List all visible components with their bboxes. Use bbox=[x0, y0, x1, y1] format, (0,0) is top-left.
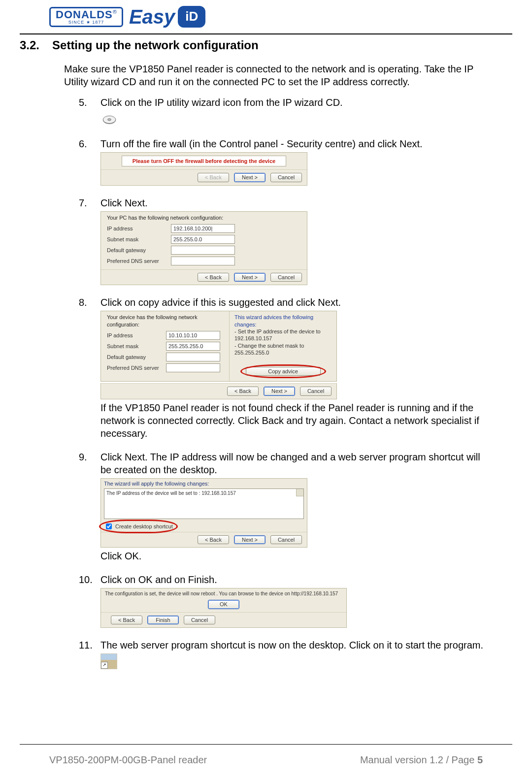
cancel-button[interactable]: Cancel bbox=[270, 273, 302, 282]
apply-changes-title: The wizard will apply the following chan… bbox=[101, 479, 307, 488]
step-number: 11. bbox=[79, 639, 94, 651]
page-footer: VP1850-200PM-00GB-Panel reader Manual ve… bbox=[20, 753, 512, 766]
cancel-button[interactable]: Cancel bbox=[300, 387, 332, 395]
config-caption: Your PC has the following network config… bbox=[101, 212, 307, 222]
next-button[interactable]: Next > bbox=[234, 173, 266, 182]
dns-field[interactable] bbox=[166, 363, 220, 372]
change-line: The IP address of the device will be set… bbox=[106, 490, 236, 496]
back-button[interactable]: < Back bbox=[198, 173, 229, 182]
back-button[interactable]: < Back bbox=[198, 273, 229, 282]
svg-point-2 bbox=[108, 119, 111, 121]
step-text: Click on OK and on Finish. bbox=[100, 573, 493, 586]
screenshot-device-network-config: Your device has the following network co… bbox=[100, 311, 337, 382]
easy-id-logo: Easy iD bbox=[129, 4, 205, 30]
ip-label: IP address bbox=[107, 225, 166, 232]
step-6: 6. Turn off the fire wall (in the Contro… bbox=[79, 137, 493, 186]
cancel-button[interactable]: Cancel bbox=[270, 535, 302, 544]
config-set-message: The configuration is set, the device wil… bbox=[101, 588, 346, 599]
finish-button[interactable]: Finish bbox=[147, 616, 179, 624]
device-config-caption: Your device has the following network co… bbox=[101, 311, 229, 329]
dns-label: Preferred DNS server bbox=[107, 258, 166, 264]
footer-version-page: Manual version 1.2 / Page 5 bbox=[360, 753, 483, 766]
advice-title: This wizard advices the following change… bbox=[234, 314, 332, 328]
step-number: 5. bbox=[79, 96, 94, 109]
firewall-warning-text: Please turn OFF the firewall before dete… bbox=[122, 156, 286, 166]
screenshot-pc-network-config: Your PC has the following network config… bbox=[100, 211, 307, 286]
donalds-since: SINCE ★ 1877 bbox=[56, 20, 117, 25]
screenshot-config-set: The configuration is set, the device wil… bbox=[100, 588, 347, 628]
copy-advice-button[interactable]: Copy advice bbox=[246, 367, 321, 376]
step-text: Turn off the fire wall (in the Control p… bbox=[100, 137, 493, 150]
step-text: Click on copy advice if this is suggeste… bbox=[100, 296, 493, 309]
step-number: 9. bbox=[79, 451, 94, 476]
step-5: 5. Click on the IP utility wizard icon f… bbox=[79, 96, 493, 127]
advice-line-2: - Change the subnet mask to 255.255.255.… bbox=[234, 342, 332, 357]
gateway-label: Default gateway bbox=[107, 354, 161, 360]
section-intro: Make sure the VP1850 Panel reader is con… bbox=[64, 63, 493, 88]
step-number: 7. bbox=[79, 196, 94, 209]
ip-field[interactable]: 192.168.10.200| bbox=[171, 224, 235, 233]
next-button[interactable]: Next > bbox=[264, 387, 295, 395]
mask-field[interactable]: 255.255.0.0 bbox=[171, 235, 235, 244]
step-number: 10. bbox=[79, 573, 94, 586]
step-10: 10. Click on OK and on Finish. The confi… bbox=[79, 573, 493, 628]
mask-label: Subnet mask bbox=[107, 343, 161, 350]
create-shortcut-checkbox[interactable]: Create desktop shortcut bbox=[104, 522, 173, 531]
easy-text: Easy bbox=[129, 4, 175, 30]
gateway-field[interactable] bbox=[166, 353, 220, 361]
ok-button[interactable]: OK bbox=[208, 600, 239, 609]
back-button[interactable]: < Back bbox=[227, 387, 259, 395]
footer-doc-id: VP1850-200PM-00GB-Panel reader bbox=[49, 753, 207, 766]
donalds-logo: DONALDS® SINCE ★ 1877 bbox=[49, 7, 123, 27]
step-11: 11. The web server program shortcut is n… bbox=[79, 639, 493, 669]
step-8-followup: If the VP1850 Panel reader is not found … bbox=[100, 401, 483, 440]
section-3-2: 3.2. Setting up the network configuratio… bbox=[20, 37, 512, 669]
screenshot-apply-changes: The wizard will apply the following chan… bbox=[100, 478, 307, 548]
id-badge: iD bbox=[178, 6, 205, 28]
step-number: 6. bbox=[79, 137, 94, 150]
header-logos: DONALDS® SINCE ★ 1877 Easy iD bbox=[20, 0, 512, 33]
ip-field[interactable]: 10.10.10.10 bbox=[166, 331, 220, 340]
section-number: 3.2. bbox=[20, 37, 39, 53]
gateway-field[interactable] bbox=[171, 246, 235, 255]
footer-rule bbox=[20, 744, 512, 745]
step-8: 8. Click on copy advice if this is sugge… bbox=[79, 296, 493, 439]
step-text: Click on the IP utility wizard icon from… bbox=[100, 96, 493, 109]
step-text: Click Next. The IP address will now be c… bbox=[100, 451, 493, 476]
cancel-button[interactable]: Cancel bbox=[270, 173, 302, 182]
footer-version-text: Manual version 1.2 / Page bbox=[360, 754, 477, 765]
step-7: 7. Click Next. Your PC has the following… bbox=[79, 196, 493, 286]
next-button[interactable]: Next > bbox=[234, 273, 266, 282]
advice-line-1: - Set the IP address of the device to 19… bbox=[234, 328, 332, 342]
checkbox-input[interactable] bbox=[106, 523, 112, 529]
back-button[interactable]: < Back bbox=[198, 535, 229, 544]
step-number: 8. bbox=[79, 296, 94, 309]
screenshot-buttons-row: < Back Next > Cancel bbox=[100, 383, 337, 399]
dns-field[interactable] bbox=[171, 257, 235, 265]
mask-label: Subnet mask bbox=[107, 236, 166, 243]
ip-label: IP address bbox=[107, 332, 161, 339]
header-rule bbox=[20, 33, 512, 34]
section-title: Setting up the network configuration bbox=[52, 37, 259, 53]
screenshot-firewall-warning: Please turn OFF the firewall before dete… bbox=[100, 152, 307, 186]
donalds-brand: DONALDS bbox=[56, 8, 113, 21]
next-button[interactable]: Next > bbox=[234, 535, 266, 544]
document-page: DONALDS® SINCE ★ 1877 Easy iD 3.2. Setti… bbox=[0, 0, 532, 781]
back-button[interactable]: < Back bbox=[111, 616, 142, 624]
checkbox-label: Create desktop shortcut bbox=[115, 523, 173, 530]
cancel-button[interactable]: Cancel bbox=[184, 616, 215, 624]
footer-page-number: 5 bbox=[477, 754, 483, 765]
scroll-stub-icon bbox=[296, 489, 303, 496]
step-9-followup: Click OK. bbox=[100, 550, 493, 562]
gateway-label: Default gateway bbox=[107, 247, 166, 254]
mask-field[interactable]: 255.255.255.0 bbox=[166, 342, 220, 351]
step-text: The web server program shortcut is now o… bbox=[100, 639, 493, 651]
ip-wizard-cd-icon bbox=[100, 112, 118, 127]
registered-mark: ® bbox=[113, 9, 117, 15]
desktop-shortcut-icon: ↗ bbox=[100, 653, 117, 669]
step-9: 9. Click Next. The IP address will now b… bbox=[79, 451, 493, 563]
changes-textbox: The IP address of the device will be set… bbox=[104, 488, 304, 519]
dns-label: Preferred DNS server bbox=[107, 364, 161, 371]
step-text: Click Next. bbox=[100, 196, 493, 209]
shortcut-arrow-icon: ↗ bbox=[101, 662, 108, 669]
